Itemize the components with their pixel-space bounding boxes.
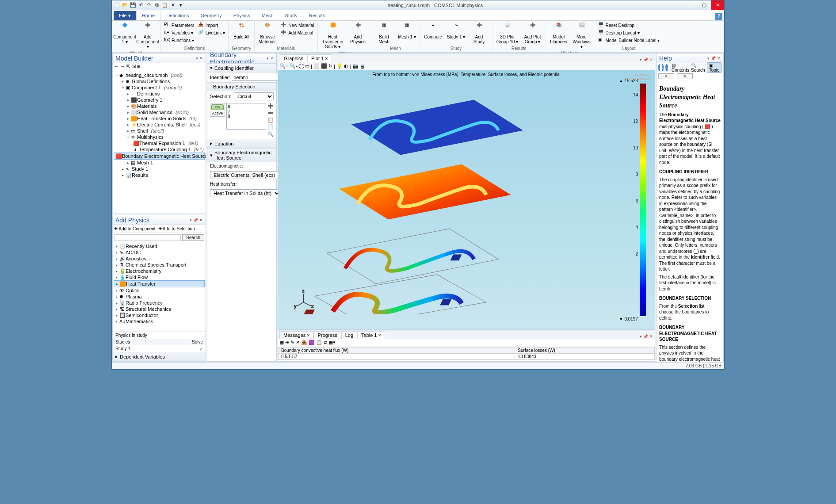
variables-button[interactable]: a=Variables ▾ (163, 29, 196, 36)
help-icon[interactable]: ? (715, 13, 722, 20)
btab-table1[interactable]: Table 1 × (357, 331, 385, 339)
search-button[interactable]: Search (182, 234, 204, 241)
gtab-plot1[interactable]: Plot 1 × (307, 54, 332, 62)
paste-icon[interactable]: 📋 (161, 2, 168, 9)
rotate-icon[interactable]: ↻ (328, 63, 332, 69)
help-body[interactable]: Boundary Electromagnetic Heat Source The… (657, 80, 723, 362)
tbl-opts-icon[interactable]: ▦▾ (328, 340, 336, 346)
screenshot-icon[interactable]: 📷 (352, 63, 359, 69)
file-menu[interactable]: File ▾ (114, 11, 136, 20)
study-row[interactable]: Study 1✓ (113, 345, 206, 352)
tbl-export-icon[interactable]: 📤 (301, 340, 307, 346)
parameters-button[interactable]: PiParameters (163, 22, 196, 29)
expand-icon[interactable]: ⇲ (132, 64, 136, 70)
tree-opts-icon[interactable]: ≡ (137, 64, 140, 70)
view-xy-icon[interactable]: ⬜ (313, 63, 320, 69)
tab-definitions[interactable]: Definitions (160, 11, 195, 20)
transparency-icon[interactable]: ◐ (344, 63, 348, 69)
sel-add-icon[interactable]: ➕ (267, 103, 274, 109)
add-to-component-button[interactable]: ✚ Add to Component (114, 226, 156, 231)
import-button[interactable]: 📥Import (197, 22, 226, 29)
tab-mesh[interactable]: Mesh (256, 11, 279, 20)
tbl-eval-icon[interactable]: ✎ (290, 340, 294, 346)
btab-log[interactable]: Log (341, 331, 357, 339)
em-select[interactable]: Electric Currents, Shell (ecs) (210, 171, 284, 179)
help-search-link[interactable]: 🔍 Search (691, 63, 705, 73)
delete-icon[interactable]: ✕ (169, 2, 176, 9)
open-icon[interactable]: 📂 (122, 2, 129, 9)
build-mesh-button[interactable]: ▦Build Mesh (373, 22, 395, 45)
tbl-auto-icon[interactable]: ⇥ (285, 340, 289, 346)
zoom-in-icon[interactable]: 🔍+ (279, 63, 288, 69)
study1-button[interactable]: ∿Study 1 ▾ (445, 22, 467, 40)
close-button[interactable]: ✕ (711, 0, 724, 10)
physics-search-input[interactable] (114, 234, 181, 241)
add-to-selection-button[interactable]: ✚ Add to Selection (158, 226, 195, 231)
btab-messages[interactable]: Messages × (279, 331, 314, 339)
tbl-full-icon[interactable]: ▦ (279, 340, 284, 346)
zoom-extents-icon[interactable]: ⛶ (299, 64, 304, 69)
sel-remove-icon[interactable]: ➖ (267, 110, 274, 116)
help-prev-button[interactable]: < (658, 73, 674, 79)
add-plot-group-button[interactable]: ➕Add Plot Group ▾ (522, 22, 544, 45)
minimize-button[interactable]: — (684, 0, 698, 10)
active-toggle[interactable]: ONActive (210, 103, 225, 117)
node-label-button[interactable]: ▣Model Builder Node Label ▾ (597, 37, 661, 44)
nav-fwd-icon[interactable]: → (120, 64, 125, 70)
print-icon[interactable]: 🖨 (360, 64, 365, 69)
help-contents-link[interactable]: ▤ Contents (672, 63, 689, 73)
tab-physics[interactable]: Physics (228, 11, 256, 20)
new-material-button[interactable]: ➕New Material (279, 22, 315, 29)
tbl-copy-icon[interactable]: 📋 (316, 340, 322, 346)
dropdown-icon[interactable]: ▾ (177, 2, 184, 9)
gtab-graphics[interactable]: Graphics (280, 54, 307, 62)
plot-area[interactable]: From top to bottom: von Mises stress (MP… (278, 70, 655, 329)
panel-close-icon[interactable]: ✕ (199, 56, 203, 61)
reset-desktop-button[interactable]: 🖥️Reset Desktop (597, 22, 661, 29)
mesh1-button[interactable]: ▦Mesh 1 ▾ (396, 22, 418, 40)
ht-select[interactable]: Heat Transfer in Solids (ht) (210, 189, 281, 197)
panel-menu-icon[interactable]: ▾ (196, 56, 198, 61)
zoom-box-icon[interactable]: ▭ (305, 63, 309, 69)
tbl-dup-icon[interactable]: ⧉ (324, 340, 327, 346)
maximize-button[interactable]: ▢ (698, 0, 711, 10)
sel-paste-icon[interactable]: 📄 (267, 124, 274, 130)
selection-list[interactable]: 6 7 8 (226, 103, 266, 130)
tbl-color-icon[interactable]: 🟪 (309, 340, 315, 346)
bemh-section[interactable]: ▾Boundary Electromagnetic Heat Source (207, 148, 276, 162)
help-topic-button[interactable]: ▣ Topic (707, 62, 721, 73)
btab-progress[interactable]: Progress (314, 331, 341, 339)
sel-copy-icon[interactable]: 📋 (267, 117, 274, 123)
add-component-button[interactable]: ➕Add Component ▾ (137, 22, 159, 50)
help-back-icon[interactable]: ‹ (658, 64, 660, 71)
view-default-icon[interactable]: ⬛ (321, 63, 327, 69)
light-icon[interactable]: 💡 (336, 63, 343, 69)
more-windows-button[interactable]: 🪟More Windows ▾ (571, 22, 593, 50)
add-material-button[interactable]: ➕Add Material (279, 29, 315, 36)
help-next-button[interactable]: > (677, 73, 693, 79)
add-physics-button[interactable]: ➕Add Physics (347, 22, 369, 45)
livelink-button[interactable]: 🔗LiveLink ▾ (197, 29, 226, 36)
physics-list[interactable]: ▸🕑Recently Used ▸∿AC/DC ▸🔊Acoustics ▸⚗Ch… (113, 242, 206, 332)
physics-ht-button[interactable]: 🟧Heat Transfer in Solids ▾ (320, 22, 346, 50)
compute-button[interactable]: =Compute (422, 22, 444, 40)
tab-home[interactable]: Home (136, 11, 160, 20)
tbl-clear-icon[interactable]: ✕ (296, 340, 300, 346)
model-libraries-button[interactable]: 📚Model Libraries (548, 22, 570, 45)
collapse-icon[interactable]: ⇱ (126, 64, 130, 70)
functions-button[interactable]: f(x)Functions ▾ (163, 37, 196, 44)
new-icon[interactable]: 📄 (114, 2, 121, 9)
redo-icon[interactable]: ↷ (145, 2, 153, 9)
save-icon[interactable]: 💾 (130, 2, 137, 9)
zoom-out-icon[interactable]: 🔍- (290, 63, 298, 69)
component-dropdown[interactable]: 🔷Component 1 ▾ (114, 22, 136, 45)
undo-icon[interactable]: ↶ (137, 2, 145, 9)
copy-icon[interactable]: ⧉ (153, 2, 160, 9)
tree-item-bemh1[interactable]: 🟥Boundary Electromagnetic Heat Source 1 … (114, 153, 205, 160)
desktop-layout-button[interactable]: 🖥️Desktop Layout ▾ (597, 29, 661, 36)
tab-geometry[interactable]: Geometry (195, 11, 227, 20)
boundary-sel-section[interactable]: Boundary Selection (207, 82, 276, 91)
nav-back-icon[interactable]: ← (114, 64, 119, 70)
plot-group-button[interactable]: 📊3D Plot Group 10 ▾ (494, 22, 521, 45)
tab-close-icon[interactable]: × (325, 56, 328, 61)
